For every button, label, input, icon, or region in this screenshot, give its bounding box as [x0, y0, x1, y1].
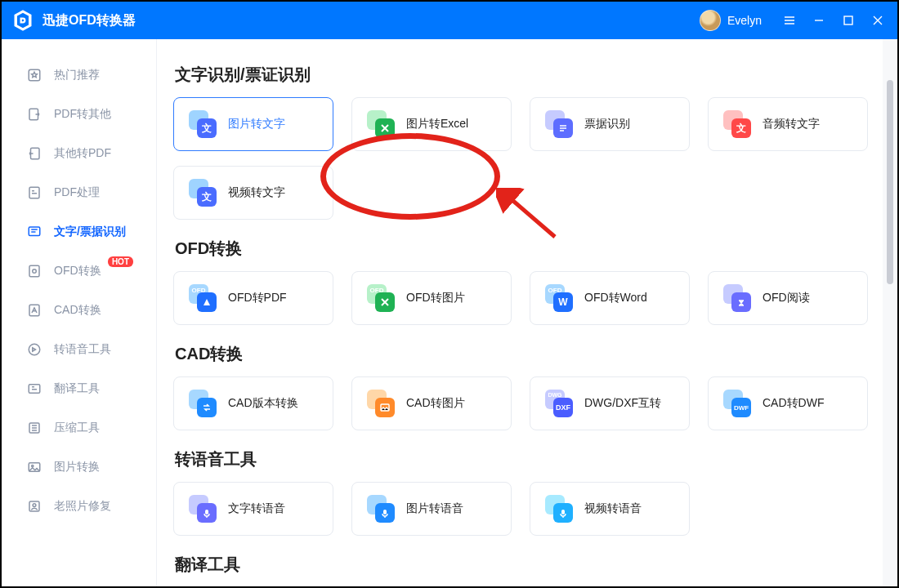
sidebar-item-pdf-to-other[interactable]: PDF转其他	[2, 95, 156, 134]
sidebar-item-label: 翻译工具	[54, 381, 100, 396]
section-title: 文字识别/票证识别	[175, 64, 874, 86]
card-image-to-speech[interactable]: 图片转语音	[351, 482, 512, 536]
section-title: 转语音工具	[175, 448, 874, 470]
cad-icon	[26, 302, 42, 318]
sidebar-item-ofd[interactable]: OFD转换 HOT	[2, 252, 156, 291]
card-label: OFD转Word	[584, 291, 647, 305]
card-cad-to-dwf[interactable]: DWF CAD转DWF	[708, 376, 868, 430]
app-logo-icon	[11, 9, 34, 32]
card-label: 文字转语音	[228, 501, 285, 516]
card-label: 图片转文字	[228, 117, 285, 131]
app-body: 热门推荐 PDF转其他 其他转PDF PDF处理 文字/票据识别 OFD转换	[2, 39, 897, 586]
card-label: CAD转DWF	[763, 396, 824, 411]
card-label: 图片转语音	[406, 501, 463, 516]
section-title: CAD转换	[175, 343, 874, 365]
sidebar-item-pdf-process[interactable]: PDF处理	[2, 173, 156, 212]
sidebar-item-label: 图片转换	[54, 460, 100, 474]
card-label: CAD转图片	[406, 396, 465, 411]
cad-to-dwf-icon: DWF	[723, 390, 751, 417]
sidebar-item-label: 转语音工具	[54, 342, 111, 357]
maximize-button[interactable]	[834, 2, 863, 39]
sidebar-item-cad[interactable]: CAD转换	[2, 291, 156, 330]
card-image-to-excel[interactable]: 图片转Excel	[351, 97, 512, 151]
scrollbar-thumb[interactable]	[887, 80, 893, 284]
document-gear-icon	[26, 185, 42, 201]
card-audio-to-text[interactable]: 文 音频转文字	[708, 97, 868, 151]
receipt-icon	[545, 110, 573, 138]
photo-restore-icon	[26, 498, 42, 514]
close-button[interactable]	[863, 2, 892, 39]
svg-rect-19	[561, 510, 565, 514]
sidebar-item-label: 老照片修复	[54, 499, 111, 514]
card-ofd-to-pdf[interactable]: OFD OFD转PDF	[173, 271, 333, 325]
sidebar-item-label: 热门推荐	[54, 68, 100, 82]
card-video-to-text[interactable]: 文 视频转文字	[173, 166, 333, 220]
card-label: OFD转图片	[406, 291, 465, 305]
text-to-speech-icon	[189, 495, 217, 523]
sidebar-item-hot[interactable]: 热门推荐	[2, 56, 156, 95]
card-label: 视频转文字	[228, 185, 285, 200]
sidebar-item-translate[interactable]: 翻译工具	[2, 369, 156, 408]
ofd-to-pdf-icon: OFD	[189, 284, 217, 312]
card-ofd-to-word[interactable]: OFD W OFD转Word	[530, 271, 690, 325]
sidebar-item-label: OFD转换	[54, 264, 101, 278]
card-label: OFD转PDF	[228, 291, 287, 305]
ofd-icon	[26, 263, 42, 279]
dwg-dxf-icon: DWG DXF	[545, 390, 573, 417]
image-to-speech-icon	[367, 495, 395, 523]
pdf-out-icon	[26, 106, 42, 122]
card-label: 音频转文字	[763, 117, 820, 131]
sidebar-item-label: 压缩工具	[54, 421, 100, 435]
sidebar-item-photo-restore[interactable]: 老照片修复	[2, 487, 156, 526]
sidebar-item-image-convert[interactable]: 图片转换	[2, 448, 156, 487]
card-cad-version[interactable]: CAD版本转换	[173, 376, 333, 430]
svg-point-13	[32, 465, 34, 466]
sidebar-item-tts[interactable]: 转语音工具	[2, 330, 156, 369]
card-grid: 文字转语音 图片转语音 视频转语音	[173, 482, 874, 536]
main-content: 文字识别/票证识别 文 图片转文字 图片转Ex	[157, 39, 883, 586]
card-ofd-reader[interactable]: OFD阅读	[708, 271, 868, 325]
card-label: 视频转语音	[584, 501, 642, 516]
card-image-to-text[interactable]: 文 图片转文字	[173, 97, 333, 151]
card-receipt-ocr[interactable]: 票据识别	[530, 97, 690, 151]
minimize-button[interactable]	[804, 2, 834, 39]
translate-icon	[26, 381, 42, 397]
sidebar: 热门推荐 PDF转其他 其他转PDF PDF处理 文字/票据识别 OFD转换	[2, 39, 157, 586]
ofd-to-image-icon: OFD	[367, 284, 395, 312]
sidebar-item-compress[interactable]: 压缩工具	[2, 408, 156, 448]
compress-icon	[26, 420, 42, 436]
app-window: 迅捷OFD转换器 Evelyn 热门推荐 PDF转其他	[0, 0, 899, 588]
svg-point-7	[33, 270, 37, 274]
sidebar-item-label: CAD转换	[54, 303, 101, 318]
svg-rect-0	[844, 16, 852, 24]
sidebar-item-label: PDF处理	[54, 185, 100, 200]
sidebar-item-text-ocr[interactable]: 文字/票据识别	[2, 212, 156, 252]
card-label: DWG/DXF互转	[584, 396, 661, 411]
card-grid: 文 图片转文字 图片转Excel	[173, 97, 874, 220]
image-to-excel-icon	[367, 110, 395, 138]
sidebar-item-other-to-pdf[interactable]: 其他转PDF	[2, 134, 156, 173]
section-title: OFD转换	[175, 238, 874, 260]
card-video-to-speech[interactable]: 视频转语音	[530, 482, 690, 536]
scrollbar[interactable]	[883, 39, 897, 586]
speaker-icon	[26, 341, 42, 358]
app-title: 迅捷OFD转换器	[42, 12, 136, 29]
main-wrap: 文字识别/票证识别 文 图片转文字 图片转Ex	[157, 39, 897, 586]
sidebar-item-label: 其他转PDF	[54, 146, 111, 161]
ocr-icon	[26, 224, 42, 240]
ofd-reader-icon	[723, 284, 751, 312]
image-to-text-icon: 文	[189, 110, 217, 138]
card-label: 图片转Excel	[406, 117, 468, 131]
card-label: CAD版本转换	[228, 396, 298, 411]
card-ofd-to-image[interactable]: OFD OFD转图片	[351, 271, 512, 325]
card-grid: OFD OFD转PDF OFD OFD转图片	[173, 271, 874, 325]
card-dwg-dxf[interactable]: DWG DXF DWG/DXF互转	[530, 376, 690, 430]
card-cad-to-image[interactable]: CAD转图片	[351, 376, 512, 430]
video-to-speech-icon	[545, 495, 573, 523]
cad-version-icon	[189, 390, 217, 417]
user-avatar[interactable]	[700, 10, 721, 31]
hamburger-menu-button[interactable]	[775, 2, 804, 39]
user-name[interactable]: Evelyn	[727, 14, 762, 27]
svg-point-15	[33, 504, 36, 507]
card-text-to-speech[interactable]: 文字转语音	[173, 482, 333, 536]
